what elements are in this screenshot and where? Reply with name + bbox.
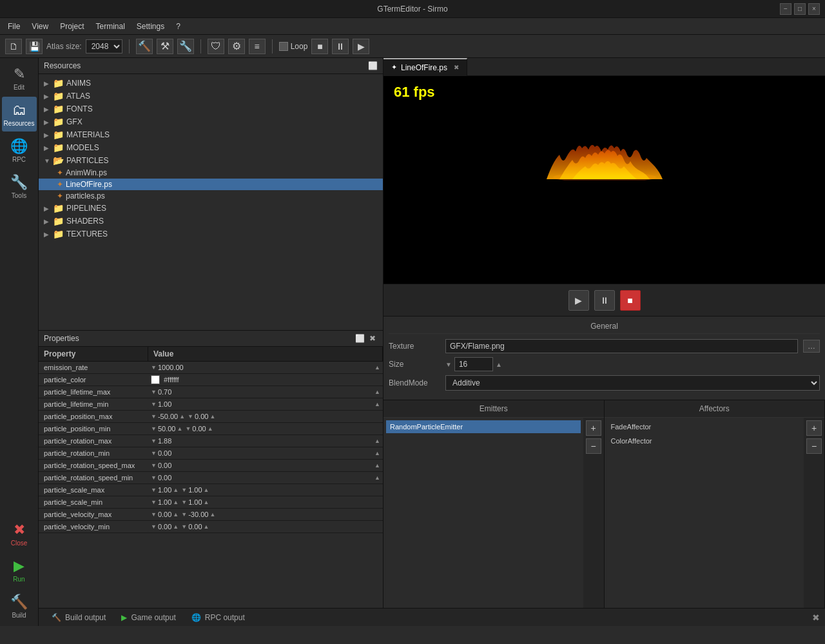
prop-expand-9[interactable]: ▲ <box>374 474 380 481</box>
prop-val-emission-rate[interactable]: 1000.00 <box>158 364 373 371</box>
toolbar-wrench-btn[interactable]: 🔧 <box>177 39 194 54</box>
playback-stop-btn[interactable]: ■ <box>620 290 641 311</box>
prop-val-vel-max-2[interactable]: -30.00 <box>188 511 208 518</box>
vel-min-down-2[interactable]: ▼ <box>181 523 187 530</box>
pos-max-up-1[interactable]: ▲ <box>179 413 185 420</box>
prop-spin-down-6[interactable]: ▼ <box>151 438 157 444</box>
prop-val-particle-color[interactable]: #ffffff <box>164 376 179 384</box>
bottom-tab-build[interactable]: 🔨 Build output <box>44 610 113 625</box>
pos-max-down-2[interactable]: ▼ <box>188 413 193 420</box>
props-close-btn[interactable]: ✖ <box>367 333 378 344</box>
prop-val-pos-min-1[interactable]: 50.00 <box>158 425 176 433</box>
affectors-remove-btn[interactable]: − <box>806 438 822 454</box>
menu-file[interactable]: File <box>3 21 25 32</box>
toolbar-gear-btn[interactable]: ⚙ <box>228 39 245 54</box>
prop-spin-down-8[interactable]: ▼ <box>151 462 157 469</box>
prop-val-lifetime-max[interactable]: 0.70 <box>158 388 373 396</box>
scale-min-up-1[interactable]: ▲ <box>173 499 179 505</box>
vel-max-down-2[interactable]: ▼ <box>181 511 187 518</box>
vel-max-up-1[interactable]: ▲ <box>173 511 179 518</box>
sidebar-item-edit[interactable]: ✎ Edit <box>2 61 37 95</box>
play-forward-btn[interactable]: ▶ <box>353 39 369 54</box>
prop-val-pos-min-2[interactable]: 0.00 <box>192 425 206 433</box>
size-up-arrow[interactable]: ▲ <box>496 361 502 368</box>
general-blendmode-select[interactable]: Additive Alpha None <box>445 375 820 391</box>
tree-item-textures[interactable]: ▶ 📁 TEXTURES <box>39 228 383 240</box>
toolbar-menu-btn[interactable]: ≡ <box>249 39 266 54</box>
affector-item-fade[interactable]: FadeAffector <box>607 420 802 433</box>
tree-item-anims[interactable]: ▶ 📁 ANIMS <box>39 77 383 90</box>
vel-min-up-2[interactable]: ▲ <box>204 523 209 530</box>
pause-btn[interactable]: ⏸ <box>332 39 349 54</box>
tree-item-particles[interactable]: ▼ 📂 PARTICLES <box>39 154 383 167</box>
resources-popout-btn[interactable]: ⬜ <box>367 61 378 71</box>
prop-spin-down-2[interactable]: ▼ <box>151 389 157 395</box>
props-popout-btn[interactable]: ⬜ <box>354 333 365 344</box>
pos-min-down-2[interactable]: ▼ <box>185 425 191 432</box>
scale-max-up-2[interactable]: ▲ <box>204 487 209 493</box>
prop-val-scale-min-2[interactable]: 1.00 <box>188 498 202 506</box>
prop-val-vel-min-2[interactable]: 0.00 <box>188 523 202 531</box>
prop-val-rotation-min[interactable]: 0.00 <box>158 449 373 457</box>
prop-spin-down-0[interactable]: ▼ <box>151 364 157 371</box>
minimize-button[interactable]: − <box>780 3 791 15</box>
playback-play-btn[interactable]: ▶ <box>568 290 589 311</box>
stop-btn[interactable]: ■ <box>311 39 328 54</box>
emitters-add-btn[interactable]: + <box>586 420 601 436</box>
general-texture-input[interactable] <box>445 339 798 353</box>
prop-expand-2[interactable]: ▲ <box>374 389 380 395</box>
scale-max-down-2[interactable]: ▼ <box>181 487 187 493</box>
general-texture-more-btn[interactable]: … <box>803 340 820 353</box>
pos-min-up-1[interactable]: ▲ <box>177 425 182 432</box>
menu-project[interactable]: Project <box>55 21 89 32</box>
bottom-bar-close-btn[interactable]: ✖ <box>812 612 820 623</box>
prop-val-pos-max-2[interactable]: 0.00 <box>195 413 208 420</box>
toolbar-hammer-btn[interactable]: 🔨 <box>136 39 153 54</box>
pos-max-down-1[interactable]: ▼ <box>151 413 157 420</box>
emitters-remove-btn[interactable]: − <box>586 438 601 454</box>
scale-max-down-1[interactable]: ▼ <box>151 487 157 493</box>
vel-max-up-2[interactable]: ▲ <box>209 511 215 518</box>
vel-min-up-1[interactable]: ▲ <box>173 523 179 530</box>
sidebar-item-build[interactable]: 🔨 Build <box>2 589 37 623</box>
general-size-input[interactable] <box>454 357 493 371</box>
tree-item-pipelines[interactable]: ▶ 📁 PIPELINES <box>39 202 383 215</box>
prop-val-vel-min-1[interactable]: 0.00 <box>158 523 171 531</box>
prop-val-rot-speed-max[interactable]: 0.00 <box>158 462 373 469</box>
prop-expand-0[interactable]: ▲ <box>374 364 380 371</box>
vel-min-down-1[interactable]: ▼ <box>151 523 157 530</box>
atlas-size-select[interactable]: 2048 1024 512 <box>86 39 122 54</box>
menu-settings[interactable]: Settings <box>131 21 170 32</box>
prop-spin-down-9[interactable]: ▼ <box>151 474 157 481</box>
tree-item-atlas[interactable]: ▶ 📁 ATLAS <box>39 90 383 102</box>
color-swatch[interactable] <box>151 375 160 384</box>
maximize-button[interactable]: □ <box>794 3 806 15</box>
tree-item-gfx[interactable]: ▶ 📁 GFX <box>39 115 383 128</box>
menu-terminal[interactable]: Terminal <box>91 21 130 32</box>
prop-val-rot-speed-min[interactable]: 0.00 <box>158 474 373 482</box>
sidebar-item-resources[interactable]: 🗂 Resources <box>2 97 37 132</box>
sidebar-item-rpc[interactable]: 🌐 RPC <box>2 133 37 168</box>
pos-min-up-2[interactable]: ▲ <box>208 425 213 432</box>
tree-item-fonts[interactable]: ▶ 📁 FONTS <box>39 102 383 115</box>
size-down-arrow[interactable]: ▼ <box>445 361 452 368</box>
tab-close-btn[interactable]: ✖ <box>454 64 459 71</box>
toolbar-shield-btn[interactable]: 🛡 <box>208 39 224 54</box>
scale-min-down-1[interactable]: ▼ <box>151 499 157 505</box>
sidebar-item-tools[interactable]: 🔧 Tools <box>2 169 37 204</box>
playback-pause-btn[interactable]: ⏸ <box>594 290 615 311</box>
scale-max-up-1[interactable]: ▲ <box>173 487 179 493</box>
prop-val-scale-min-1[interactable]: 1.00 <box>158 498 171 506</box>
tree-item-particles-ps[interactable]: ✦ particles.ps <box>39 190 383 202</box>
tree-item-models[interactable]: ▶ 📁 MODELS <box>39 141 383 154</box>
close-button[interactable]: × <box>808 3 820 15</box>
prop-expand-7[interactable]: ▲ <box>374 450 380 456</box>
loop-check[interactable]: Loop <box>279 42 308 51</box>
loop-checkbox[interactable] <box>279 42 288 51</box>
pos-max-up-2[interactable]: ▲ <box>209 413 215 420</box>
emitter-item-random[interactable]: RandomParticleEmitter <box>386 420 581 433</box>
vel-max-down-1[interactable]: ▼ <box>151 511 157 518</box>
tab-lineoffire[interactable]: ✦ LineOfFire.ps ✖ <box>383 58 467 76</box>
prop-spin-down-3[interactable]: ▼ <box>151 401 157 407</box>
prop-expand-6[interactable]: ▲ <box>374 438 380 444</box>
